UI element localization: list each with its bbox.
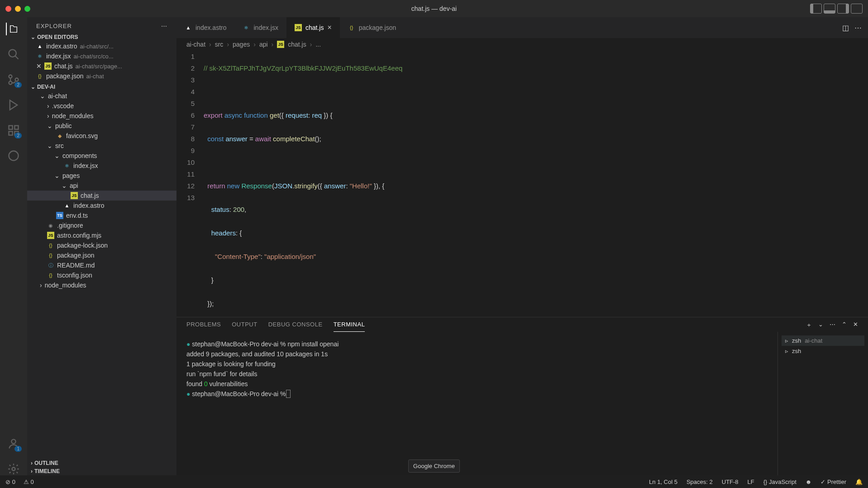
status-warnings[interactable]: ⚠ 0 (24, 478, 34, 485)
svg-point-9 (11, 440, 15, 444)
svg-point-1 (9, 75, 12, 78)
activity-bar: 2 2 1 (0, 17, 27, 475)
js-file-icon: JS (295, 24, 302, 31)
more-actions-icon[interactable]: ⋯ (854, 24, 862, 32)
status-prettier[interactable]: ✓ Prettier (820, 478, 846, 485)
folder-item[interactable]: ⌄pages (27, 171, 176, 181)
terminal-output[interactable]: ● stephan@MacBook-Pro dev-ai % npm insta… (176, 332, 777, 475)
search-icon[interactable] (7, 48, 20, 61)
folder-item[interactable]: ⌄api (27, 181, 176, 191)
window-title: chat.js — dev-ai (411, 5, 457, 12)
source-control-icon[interactable]: 2 (7, 73, 20, 86)
layout-sidebar-right-icon[interactable] (837, 4, 849, 14)
status-indent[interactable]: Spaces: 2 (687, 478, 713, 485)
chevron-right-icon: › (47, 112, 49, 120)
file-item[interactable]: {}tsconfig.json (27, 270, 176, 280)
json-file-icon: {} (47, 242, 54, 249)
split-editor-icon[interactable]: ◫ (842, 24, 849, 32)
tab-index-astro[interactable]: ▲index.astro (176, 17, 234, 38)
tab-chat-js[interactable]: JSchat.js× (286, 17, 340, 38)
terminal-item[interactable]: ▹zsh (782, 346, 864, 356)
dock-tooltip: Google Chrome (408, 459, 460, 473)
chevron-down-icon: ⌄ (54, 152, 60, 159)
open-editor-item[interactable]: {}package.jsonai-chat (27, 71, 176, 81)
react-file-icon: ⚛ (243, 24, 250, 31)
status-feedback-icon[interactable]: ☻ (806, 478, 812, 485)
file-item[interactable]: ◆favicon.svg (27, 131, 176, 141)
gitignore-file-icon: ◉ (47, 222, 54, 229)
file-item[interactable]: JSchat.js (27, 191, 176, 201)
account-icon[interactable]: 1 (7, 437, 20, 450)
open-editor-item[interactable]: ⚛index.jsxai-chat/src/co... (27, 51, 176, 61)
timeline-header[interactable]: ›TIMELINE (27, 467, 176, 475)
settings-gear-icon[interactable] (7, 463, 20, 475)
svg-point-10 (12, 468, 15, 471)
explorer-icon[interactable] (6, 23, 19, 35)
tab-index-jsx[interactable]: ⚛index.jsx (234, 17, 286, 38)
new-terminal-icon[interactable]: ＋ (806, 321, 812, 332)
chevron-right-icon: › (31, 468, 33, 474)
chevron-down-icon: ⌄ (47, 122, 52, 129)
file-item[interactable]: ◉.gitignore (27, 220, 176, 230)
open-editor-item[interactable]: ✕JSchat.jsai-chat/src/page... (27, 61, 176, 71)
extensions-icon[interactable]: 2 (7, 124, 20, 137)
panel-tab-output[interactable]: OUTPUT (232, 321, 257, 332)
close-tab-icon[interactable]: × (327, 24, 331, 32)
breadcrumb[interactable]: ai-chat› src› pages› api› JSchat.js› ... (176, 38, 868, 51)
layout-customize-icon[interactable] (851, 4, 863, 14)
line-gutter: 12345678910111213 (176, 51, 204, 317)
maximize-panel-icon[interactable]: ⌃ (842, 321, 847, 332)
terminal-dropdown-icon[interactable]: ⌄ (818, 321, 823, 332)
layout-panel-bottom-icon[interactable] (824, 4, 835, 14)
file-item[interactable]: JSastro.config.mjs (27, 230, 176, 240)
panel-tab-debug[interactable]: DEBUG CONSOLE (268, 321, 323, 332)
file-item[interactable]: {}package.json (27, 250, 176, 260)
panel-tab-terminal[interactable]: TERMINAL (334, 321, 365, 332)
code-editor[interactable]: 12345678910111213 // sk-X5ZlTaFPJhTJgVZq… (176, 51, 868, 317)
split-terminal-icon[interactable]: ⋯ (830, 321, 835, 332)
run-debug-icon[interactable] (7, 99, 20, 111)
svg-point-8 (9, 151, 19, 161)
status-notifications-icon[interactable]: 🔔 (855, 478, 863, 485)
file-item[interactable]: ▲index.astro (27, 201, 176, 211)
more-icon[interactable]: ⋯ (161, 23, 167, 29)
folder-item[interactable]: ⌄src (27, 141, 176, 151)
sidebar-title: EXPLORER (36, 23, 72, 29)
file-item[interactable]: {}package-lock.json (27, 240, 176, 250)
file-item[interactable]: ⚛index.jsx (27, 161, 176, 171)
folder-item[interactable]: ›node_modules (27, 111, 176, 121)
folder-item[interactable]: ›node_modules (27, 280, 176, 290)
layout-sidebar-left-icon[interactable] (810, 4, 822, 14)
open-editors-header[interactable]: ⌄OPEN EDITORS (27, 33, 176, 41)
status-errors[interactable]: ⊘ 0 (5, 478, 15, 485)
code-lines[interactable]: // sk-X5ZlTaFPJhTJgVZqrLpYT3BlbkFJJW2jEu… (204, 51, 868, 317)
panel-tab-problems[interactable]: PROBLEMS (186, 321, 221, 332)
folder-item[interactable]: ⌄ai-chat (27, 91, 176, 101)
file-item[interactable]: ⓘREADME.md (27, 260, 176, 270)
close-window-icon[interactable] (5, 6, 11, 12)
open-editor-item[interactable]: ▲index.astroai-chat/src/... (27, 41, 176, 51)
file-item[interactable]: TSenv.d.ts (27, 211, 176, 220)
chevron-right-icon: › (47, 102, 49, 110)
project-header[interactable]: ⌄DEV-AI (27, 83, 176, 91)
folder-item[interactable]: ›.vscode (27, 101, 176, 111)
json-file-icon: {} (36, 72, 43, 80)
maximize-window-icon[interactable] (24, 6, 30, 12)
status-encoding[interactable]: UTF-8 (722, 478, 739, 485)
close-panel-icon[interactable]: ✕ (853, 321, 858, 332)
account-badge: 1 (14, 446, 22, 452)
minimize-window-icon[interactable] (15, 6, 21, 12)
status-eol[interactable]: LF (748, 478, 754, 485)
folder-item[interactable]: ⌄public (27, 121, 176, 131)
edge-tools-icon[interactable] (7, 149, 20, 162)
outline-header[interactable]: ›OUTLINE (27, 459, 176, 467)
chevron-down-icon: ⌄ (31, 34, 35, 40)
astro-file-icon: ▲ (185, 24, 192, 31)
close-icon[interactable]: ✕ (36, 62, 42, 70)
js-file-icon: JS (71, 192, 78, 199)
status-language[interactable]: {} JavaScript (763, 478, 796, 485)
terminal-item[interactable]: ▹zshai-chat (782, 335, 864, 346)
tab-package-json[interactable]: {}package.json (340, 17, 405, 38)
folder-item[interactable]: ⌄components (27, 151, 176, 161)
status-cursor[interactable]: Ln 1, Col 5 (649, 478, 677, 485)
